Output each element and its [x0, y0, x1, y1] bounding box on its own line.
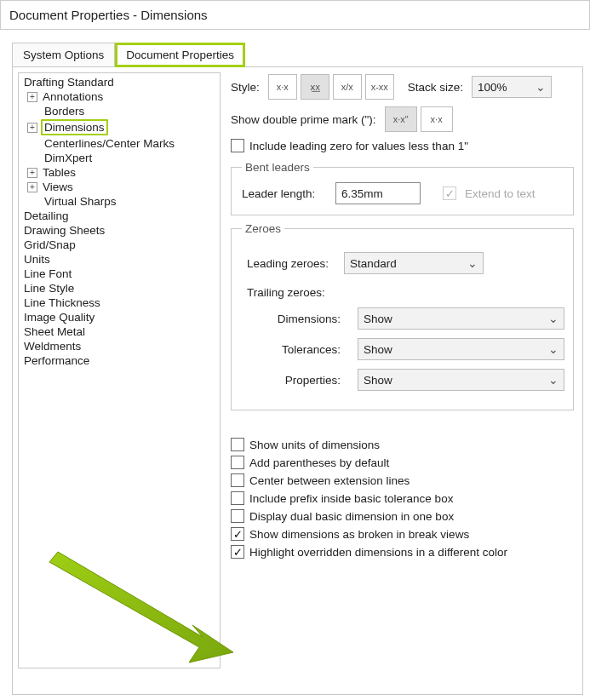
- leader-length-label: Leader length:: [242, 187, 327, 200]
- nav-tree: Drafting Standard +Annotations Borders +…: [18, 72, 221, 668]
- plus-icon[interactable]: +: [27, 168, 37, 178]
- tab-document-properties[interactable]: Document Properties: [115, 43, 245, 67]
- checkbox-show-units[interactable]: [231, 438, 244, 451]
- tree-item-virtual-sharps[interactable]: Virtual Sharps: [19, 194, 220, 209]
- settings-panel: Style: x·x x͟x x/x x-xx Stack size: 100%…: [221, 67, 582, 668]
- leader-length-value: 6.35mm: [341, 187, 383, 200]
- prime-mark-label: Show double prime mark ("):: [231, 113, 376, 126]
- content-area: Drafting Standard +Annotations Borders +…: [12, 66, 583, 695]
- tree-item-weldments[interactable]: Weldments: [19, 339, 220, 353]
- checkbox-add-parentheses[interactable]: [231, 456, 244, 469]
- chevron-down-icon: ⌄: [459, 256, 478, 270]
- tree-label: Tables: [43, 166, 76, 179]
- tree-item-line-thickness[interactable]: Line Thickness: [19, 295, 220, 310]
- trailing-zeroes-label: Trailing zeroes:: [247, 286, 564, 299]
- tree-item-detailing[interactable]: Detailing: [19, 209, 220, 223]
- style-option-1[interactable]: x·x: [268, 74, 297, 100]
- zeroes-group: Zeroes Leading zeroes: Standard ⌄ Traili…: [231, 222, 574, 410]
- tree-item-drawing-sheets[interactable]: Drawing Sheets: [19, 223, 220, 238]
- tree-item-line-font[interactable]: Line Font: [19, 267, 220, 281]
- tolerances-zero-combo[interactable]: Show ⌄: [358, 338, 564, 360]
- tree-item-image-quality[interactable]: Image Quality: [19, 310, 220, 324]
- highlight-overridden-label: Highlight overridden dimensions in a dif…: [249, 546, 507, 559]
- tree-item-drafting-standard[interactable]: Drafting Standard: [19, 75, 220, 89]
- leading-zeroes-label: Leading zeroes:: [247, 257, 329, 270]
- bent-leaders-group: Bent leaders Leader length: 6.35mm ✓ Ext…: [231, 161, 574, 215]
- tree-item-dimensions[interactable]: +Dimensions: [19, 118, 220, 136]
- stack-size-combo[interactable]: 100% ⌄: [472, 76, 552, 98]
- tree-item-units[interactable]: Units: [19, 252, 220, 267]
- add-parentheses-label: Add parentheses by default: [249, 456, 389, 469]
- leading-zeroes-combo[interactable]: Standard ⌄: [344, 252, 484, 274]
- checkbox-highlight-overridden[interactable]: [231, 545, 244, 559]
- dual-basic-label: Display dual basic dimension in one box: [249, 510, 454, 523]
- stack-size-value: 100%: [478, 81, 507, 94]
- plus-icon[interactable]: +: [27, 92, 37, 102]
- tree-item-tables[interactable]: +Tables: [19, 165, 220, 180]
- leading-zeroes-value: Standard: [350, 257, 397, 270]
- plus-icon[interactable]: +: [27, 123, 37, 133]
- options-checklist: Show units of dimensions Add parentheses…: [231, 438, 574, 559]
- chevron-down-icon: ⌄: [540, 373, 558, 387]
- checkbox-center-extension[interactable]: [231, 473, 244, 487]
- show-units-label: Show units of dimensions: [249, 439, 380, 451]
- checkbox-include-prefix[interactable]: [231, 491, 244, 505]
- tab-bar: System Options Document Properties: [12, 42, 590, 66]
- extend-to-text-label: Extend to text: [465, 187, 536, 200]
- tab-system-options[interactable]: System Options: [12, 43, 115, 67]
- bent-leaders-legend: Bent leaders: [242, 161, 313, 174]
- plus-icon[interactable]: +: [27, 182, 37, 192]
- tree-item-sheet-metal[interactable]: Sheet Metal: [19, 324, 220, 339]
- tolerances-zero-label: Tolerances:: [242, 343, 352, 356]
- properties-zero-value: Show: [364, 374, 392, 387]
- tree-item-line-style[interactable]: Line Style: [19, 281, 220, 295]
- checkbox-dual-basic[interactable]: [231, 509, 244, 523]
- tree-item-views[interactable]: +Views: [19, 180, 220, 194]
- chevron-down-icon: ⌄: [527, 80, 546, 94]
- style-label: Style:: [231, 81, 260, 94]
- center-extension-label: Center between extension lines: [249, 474, 410, 487]
- zeroes-legend: Zeroes: [242, 222, 284, 235]
- checkbox-extend-to-text: ✓: [443, 186, 456, 200]
- include-prefix-label: Include prefix inside basic tolerance bo…: [249, 492, 453, 505]
- style-option-4[interactable]: x-xx: [365, 74, 394, 100]
- include-leading-zero-label: Include leading zero for values less tha…: [249, 140, 468, 152]
- dimensions-zero-combo[interactable]: Show ⌄: [358, 307, 564, 330]
- tree-item-centerlines[interactable]: Centerlines/Center Marks: [19, 136, 220, 151]
- checkbox-broken-break[interactable]: [231, 527, 244, 541]
- style-option-2[interactable]: x͟x: [301, 74, 329, 100]
- dimensions-zero-value: Show: [364, 313, 392, 325]
- style-option-3[interactable]: x/x: [333, 74, 362, 100]
- tree-label: Annotations: [43, 90, 103, 103]
- tree-item-borders[interactable]: Borders: [19, 104, 220, 118]
- tree-item-grid-snap[interactable]: Grid/Snap: [19, 238, 220, 252]
- properties-zero-combo[interactable]: Show ⌄: [358, 369, 564, 391]
- window-titlebar: Document Properties - Dimensions: [0, 0, 590, 30]
- properties-zero-label: Properties:: [242, 374, 352, 387]
- dimensions-zero-label: Dimensions:: [242, 313, 352, 325]
- broken-break-label: Show dimensions as broken in break views: [249, 528, 469, 541]
- tree-item-performance[interactable]: Performance: [19, 353, 220, 368]
- checkbox-include-leading-zero[interactable]: [231, 139, 244, 152]
- stack-size-label: Stack size:: [408, 81, 463, 94]
- chevron-down-icon: ⌄: [540, 342, 558, 356]
- tree-item-dimxpert[interactable]: DimXpert: [19, 151, 220, 165]
- prime-option-2[interactable]: x·x: [421, 106, 453, 132]
- tree-label: Dimensions: [41, 119, 108, 135]
- tree-item-annotations[interactable]: +Annotations: [19, 89, 220, 104]
- tolerances-zero-value: Show: [364, 343, 392, 356]
- chevron-down-icon: ⌄: [540, 312, 558, 325]
- tree-label: Views: [43, 181, 73, 193]
- prime-option-1[interactable]: x·x": [385, 106, 417, 132]
- leader-length-input[interactable]: 6.35mm: [335, 182, 421, 204]
